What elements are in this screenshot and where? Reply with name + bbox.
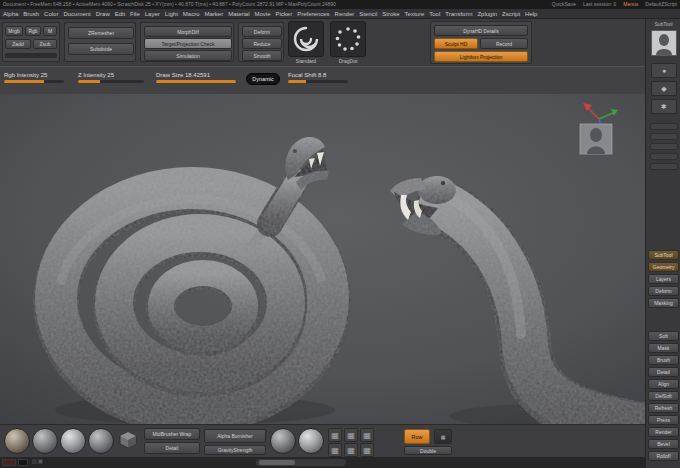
grid-icon-tile[interactable]: ▦	[344, 428, 358, 442]
menu-item[interactable]: Marker	[204, 11, 223, 17]
tray-refresh-button[interactable]: Refresh	[648, 403, 679, 413]
menu-item[interactable]: Light	[165, 11, 178, 17]
tray-align-button[interactable]: Align	[648, 379, 679, 389]
timeline-scrollbar[interactable]	[256, 459, 346, 466]
tray-slider[interactable]	[650, 163, 678, 170]
scrollbar-thumb[interactable]	[259, 460, 295, 465]
current-brush-tile[interactable]	[288, 21, 324, 57]
record-button[interactable]: Record	[480, 38, 528, 49]
menus-toggle[interactable]: Menus	[623, 0, 638, 9]
color-swatch[interactable]	[2, 459, 16, 466]
tray-subtool-button[interactable]: SubTool	[648, 250, 679, 260]
zsub-button[interactable]: Zsub	[33, 39, 57, 49]
menu-item[interactable]: Preferences	[297, 11, 329, 17]
grid-icon-tile[interactable]: ▦	[328, 428, 342, 442]
menu-item[interactable]: Stencil	[359, 11, 377, 17]
tray-bevel-button[interactable]: Bevel	[648, 439, 679, 449]
gravity-strength-button[interactable]: GravityStrength	[204, 445, 266, 455]
mini-swatch[interactable]	[32, 459, 37, 464]
dynahd-button[interactable]: DynaHD Details	[434, 25, 528, 36]
tray-masking-button[interactable]: Masking	[648, 298, 679, 308]
row-button[interactable]: Row	[404, 429, 430, 444]
tray-brush-button[interactable]: Brush	[648, 355, 679, 365]
menu-item[interactable]: Stroke	[382, 11, 399, 17]
material-sphere[interactable]	[32, 428, 58, 454]
menu-item[interactable]: Zplugin	[477, 11, 497, 17]
mrgb-button[interactable]: Mrgb	[5, 26, 23, 36]
menu-item[interactable]: Draw	[96, 11, 110, 17]
menu-item[interactable]: Transform	[445, 11, 472, 17]
tray-geometry-button[interactable]: Geometry	[648, 262, 679, 272]
tray-slider[interactable]	[650, 153, 678, 160]
dynamic-toggle[interactable]: Dynamic	[246, 73, 280, 85]
subdivide-button[interactable]: Subdivide	[68, 43, 134, 55]
rgb-intensity-slider[interactable]: Rgb Intensity 25	[4, 72, 68, 83]
menu-item[interactable]: Zscript	[502, 11, 520, 17]
focal-shift-slider[interactable]: Focal Shift 8.8	[288, 72, 352, 83]
draw-size-slider[interactable]: Draw Size 18.42591	[156, 72, 240, 83]
tray-slider[interactable]	[650, 133, 678, 140]
tray-layers-button[interactable]: Layers	[648, 274, 679, 284]
alpha-burnisher-button[interactable]: Alpha Burnisher	[204, 429, 266, 443]
menu-item[interactable]: Brush	[23, 11, 39, 17]
tray-soft-button[interactable]: Soft	[648, 331, 679, 341]
color-swatch[interactable]	[18, 459, 28, 466]
tray-dot-tool[interactable]: ●	[651, 63, 677, 78]
grid-icon-tile[interactable]: ▦	[328, 443, 342, 457]
camera-head-icon[interactable]	[580, 124, 612, 154]
menu-item[interactable]: File	[130, 11, 140, 17]
tray-press-button[interactable]: Press	[648, 415, 679, 425]
menu-item[interactable]: Tool	[429, 11, 440, 17]
z-intensity-slider[interactable]: Z Intensity 25	[78, 72, 150, 83]
tray-delsoft-button[interactable]: DelSoft	[648, 391, 679, 401]
menu-item[interactable]: Picker	[276, 11, 293, 17]
tray-slider[interactable]	[650, 123, 678, 130]
m-button[interactable]: M	[43, 26, 57, 36]
menu-item[interactable]: Layer	[145, 11, 160, 17]
reduce-button[interactable]: Reduce	[242, 38, 282, 49]
tray-star-tool[interactable]: ✱	[651, 99, 677, 114]
material-sphere[interactable]	[298, 428, 324, 454]
sculpt-hd-button[interactable]: Sculpt HD	[434, 38, 478, 49]
tool-icon-tile[interactable]: ▦	[434, 429, 452, 444]
menu-item[interactable]: Material	[228, 11, 249, 17]
menu-item[interactable]: Alpha	[3, 11, 18, 17]
double-button[interactable]: Double	[404, 446, 452, 455]
tray-mask-button[interactable]: Mask	[648, 343, 679, 353]
tray-deform-button[interactable]: Deform	[648, 286, 679, 296]
menu-item[interactable]: Macro	[183, 11, 200, 17]
material-sphere[interactable]	[270, 428, 296, 454]
material-sphere[interactable]	[88, 428, 114, 454]
simulation-button[interactable]: Simulation	[144, 50, 232, 61]
viewport-canvas[interactable]	[0, 94, 645, 424]
lightbox-projection-button[interactable]: Lightbox Projection	[434, 51, 528, 62]
deform-button[interactable]: Deform	[242, 26, 282, 37]
tray-slider[interactable]	[650, 143, 678, 150]
mini-swatch[interactable]	[38, 459, 43, 464]
grid-icon-tile[interactable]: ▦	[344, 443, 358, 457]
target-projection-field[interactable]: Target/Projection Check	[144, 38, 232, 49]
menu-item[interactable]: Edit	[115, 11, 125, 17]
current-stroke-tile[interactable]	[330, 21, 366, 57]
tray-render-button[interactable]: Render	[648, 427, 679, 437]
material-sphere[interactable]	[4, 428, 30, 454]
active-tool-thumbnail[interactable]	[651, 30, 677, 56]
zscript-label[interactable]: DefaultZScript	[645, 0, 677, 9]
grid-icon-tile[interactable]: ▦	[360, 428, 374, 442]
morphdiff-button[interactable]: MorphDiff	[144, 26, 232, 37]
menu-item[interactable]: Color	[44, 11, 58, 17]
menu-item[interactable]: Help	[525, 11, 537, 17]
midbrusher-wrap-button[interactable]: MidBrusher Wrap	[144, 428, 200, 440]
tray-diamond-tool[interactable]: ◆	[651, 81, 677, 96]
smooth-button[interactable]: Smooth	[242, 50, 282, 61]
tray-detail-button[interactable]: Detail	[648, 367, 679, 377]
menu-item[interactable]: Render	[335, 11, 355, 17]
zadd-button[interactable]: Zadd	[5, 39, 31, 49]
menu-item[interactable]: Texture	[405, 11, 425, 17]
menu-item[interactable]: Movie	[255, 11, 271, 17]
zremesher-button[interactable]: ZRemesher	[68, 27, 134, 39]
rgb-button[interactable]: Rgb	[25, 26, 41, 36]
cube-primitive-tile[interactable]	[118, 430, 138, 454]
quicksave-button[interactable]: QuickSave	[552, 0, 576, 9]
mini-slider[interactable]	[5, 53, 57, 58]
